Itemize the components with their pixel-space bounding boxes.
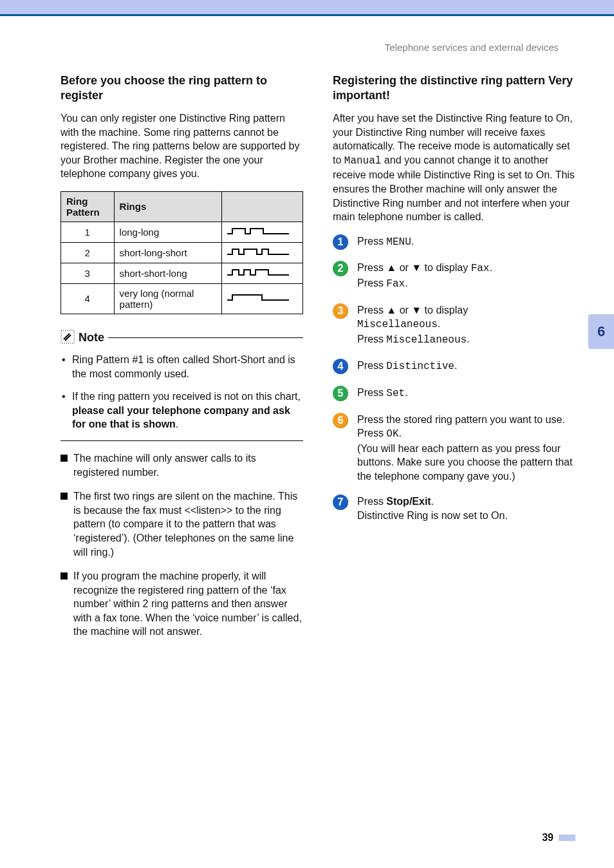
txt: . (405, 278, 407, 288)
left-intro: You can only register one Distinctive Ri… (60, 111, 303, 181)
svg-rect-0 (61, 330, 74, 343)
col-rings: Rings (114, 191, 221, 222)
note-list: Ring Pattern #1 is often called Short-Sh… (60, 353, 303, 431)
note-icon (60, 330, 75, 346)
top-bar (0, 0, 614, 14)
steps-list: 1 Press MENU. 2 Press ▲ or ▼ to display … (333, 234, 575, 523)
txt: Press (357, 334, 386, 344)
note-b-post: . (176, 419, 178, 429)
txt: . (438, 318, 440, 329)
mono-fax: Fax (471, 263, 490, 274)
cell-pattern-icon (221, 222, 302, 242)
s7-l2: Distinctive Ring is now set to On. (357, 510, 508, 521)
txt: Press (357, 360, 386, 371)
page-number-bar-icon (559, 835, 575, 841)
right-heading: Registering the distinctive ring pattern… (333, 73, 575, 102)
note-end-line (60, 440, 303, 441)
mono-menu: MENU (386, 236, 411, 248)
breadcrumb: Telephone services and external devices (0, 16, 614, 53)
right-intro: After you have set the Distinctive Ring … (333, 111, 575, 224)
step-number-icon: 6 (333, 413, 348, 428)
step-number-icon: 7 (333, 495, 348, 510)
note-header: Note (60, 330, 303, 346)
cell-pattern-icon (221, 263, 302, 283)
ring-pattern-1-icon (227, 226, 289, 236)
note-label: Note (79, 331, 104, 344)
col-ring-pattern: Ring Pattern (61, 191, 115, 222)
step-5: 5 Press Set. (333, 386, 575, 401)
left-heading: Before you choose the ring pattern to re… (60, 73, 303, 102)
txt: Press (357, 278, 386, 288)
txt: . (431, 496, 434, 507)
s2-l1: Press ▲ or ▼ to display Fax. (357, 262, 492, 273)
ring-table: Ring Pattern Rings 1 long-long 2 short-l… (60, 191, 303, 314)
note-b-bold: please call your telephone company and a… (72, 405, 290, 430)
stop-exit-bold: Stop/Exit (386, 496, 431, 507)
s3-l2: Press Miscellaneous. (357, 334, 470, 344)
cell-desc: short-short-long (114, 263, 221, 283)
txt: . (489, 262, 492, 273)
cell-desc: long-long (114, 222, 221, 242)
txt: Press (357, 305, 386, 316)
table-row: 3 short-short-long (61, 263, 303, 283)
step-post: . (411, 236, 414, 247)
left-column: Before you choose the ring pattern to re… (60, 73, 303, 649)
page-body: Before you choose the ring pattern to re… (0, 53, 614, 649)
ring-pattern-4-icon (227, 292, 289, 303)
txt: Press (357, 262, 386, 273)
right-column: Registering the distinctive ring pattern… (333, 73, 575, 649)
down-arrow-icon: ▼ (411, 262, 422, 273)
mono-set: Set (386, 388, 405, 399)
section-tab: 6 (588, 314, 614, 349)
mono-misc2: Miscellaneous (386, 334, 467, 346)
mono-manual: Manual (344, 155, 382, 167)
txt: Press (357, 428, 386, 439)
list-item: If you program the machine properly, it … (60, 569, 303, 639)
note-line (108, 337, 303, 338)
up-arrow-icon: ▲ (386, 305, 396, 316)
step-6: 6 Press the stored ring pattern you want… (333, 413, 575, 484)
txt: or (396, 262, 411, 273)
txt: or (396, 305, 411, 316)
cell-num: 3 (61, 263, 115, 283)
step-4: 4 Press Distinctive. (333, 359, 575, 374)
ring-pattern-2-icon (227, 247, 289, 257)
txt: . (467, 334, 469, 344)
list-item: The first two rings are silent on the ma… (60, 489, 303, 559)
s7-l1: Press Stop/Exit. (357, 496, 434, 507)
s2-l2: Press Fax. (357, 278, 408, 288)
ring-pattern-3-icon (227, 267, 289, 278)
step-number-icon: 3 (333, 303, 348, 319)
s6-l3: (You will hear each pattern as you press… (357, 443, 572, 482)
s3-l1: Press ▲ or ▼ to display Miscellaneous. (357, 305, 468, 330)
table-row: 2 short-long-short (61, 242, 303, 263)
square-bullet-list: The machine will only answer calls to it… (60, 451, 303, 639)
mono-ok: OK (386, 428, 398, 440)
txt: Press (357, 496, 386, 507)
step-number-icon: 1 (333, 234, 348, 250)
step-number-icon: 2 (333, 261, 348, 276)
txt: . (405, 387, 407, 398)
txt: . (454, 360, 457, 371)
cell-desc: very long (normal pattern) (114, 283, 221, 314)
up-arrow-icon: ▲ (386, 262, 396, 273)
txt: to display (422, 262, 470, 273)
cell-pattern-icon (221, 242, 302, 263)
down-arrow-icon: ▼ (411, 305, 422, 316)
list-item: The machine will only answer calls to it… (60, 451, 303, 479)
step-3: 3 Press ▲ or ▼ to display Miscellaneous.… (333, 303, 575, 348)
cell-pattern-icon (221, 283, 302, 314)
table-header-row: Ring Pattern Rings (61, 191, 303, 222)
note-b-pre: If the ring pattern you received is not … (72, 391, 301, 402)
step-2: 2 Press ▲ or ▼ to display Fax. Press Fax… (333, 261, 575, 291)
page-number: 39 (542, 832, 554, 844)
s6-l2: Press OK. (357, 428, 402, 439)
mono-misc: Miscellaneous (357, 319, 438, 330)
mono-fax2: Fax (386, 278, 405, 290)
step-7: 7 Press Stop/Exit. Distinctive Ring is n… (333, 495, 575, 522)
cell-desc: short-long-short (114, 242, 221, 263)
step-1: 1 Press MENU. (333, 234, 575, 250)
list-item: Ring Pattern #1 is often called Short-Sh… (60, 353, 303, 381)
cell-num: 1 (61, 222, 115, 242)
cell-num: 4 (61, 283, 115, 314)
